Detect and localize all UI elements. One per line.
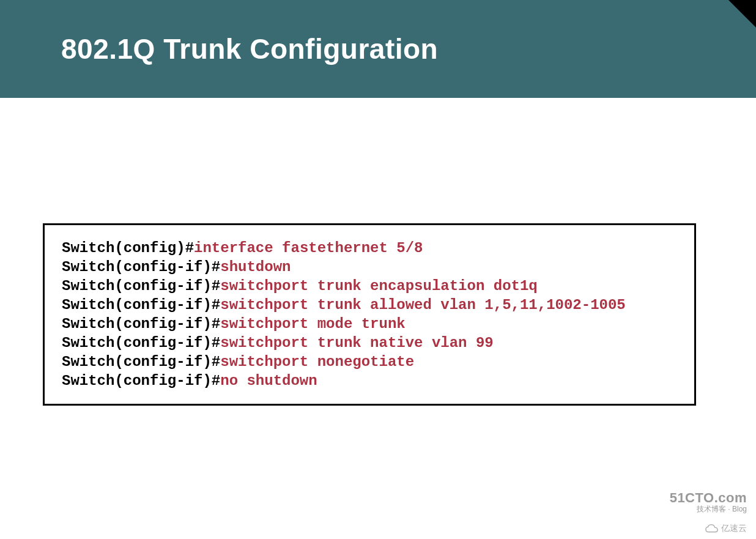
config-line: Switch(config-if)#switchport mode trunk [62,314,677,333]
prompt: Switch(config-if)# [62,316,220,332]
command: no shutdown [220,373,317,389]
watermark-yisu: 亿速云 [705,523,747,534]
config-line: Switch(config-if)#switchport nonegotiate [62,352,677,371]
cloud-icon [705,524,719,533]
config-line: Switch(config-if)#no shutdown [62,371,677,390]
command: switchport trunk allowed vlan 1,5,11,100… [220,297,626,313]
command: switchport nonegotiate [220,354,414,370]
config-line: Switch(config-if)#switchport trunk nativ… [62,333,677,352]
slide-header: 802.1Q Trunk Configuration [0,0,756,98]
watermark-text: 亿速云 [721,523,747,534]
config-line: Switch(config)#interface fastethernet 5/… [62,239,677,258]
config-line: Switch(config-if)#switchport trunk allow… [62,296,677,314]
command: shutdown [220,259,291,275]
prompt: Switch(config-if)# [62,297,220,313]
prompt: Switch(config-if)# [62,373,220,389]
watermark-51cto: 51CTO.com 技术博客 · Blog [670,490,747,515]
command: switchport trunk encapsulation dot1q [220,278,537,294]
config-code-box: Switch(config)#interface fastethernet 5/… [43,223,696,406]
prompt: Switch(config)# [62,240,194,256]
command: switchport trunk native vlan 99 [220,335,493,351]
prompt: Switch(config-if)# [62,278,220,294]
content-area: Switch(config)#interface fastethernet 5/… [0,98,756,406]
config-line: Switch(config-if)#shutdown [62,258,677,277]
corner-decoration [728,0,756,28]
command: switchport mode trunk [220,316,405,332]
config-line: Switch(config-if)#switchport trunk encap… [62,277,677,296]
slide-title: 802.1Q Trunk Configuration [61,32,438,65]
prompt: Switch(config-if)# [62,259,220,275]
prompt: Switch(config-if)# [62,335,220,351]
command: interface fastethernet 5/8 [194,240,423,256]
prompt: Switch(config-if)# [62,354,220,370]
